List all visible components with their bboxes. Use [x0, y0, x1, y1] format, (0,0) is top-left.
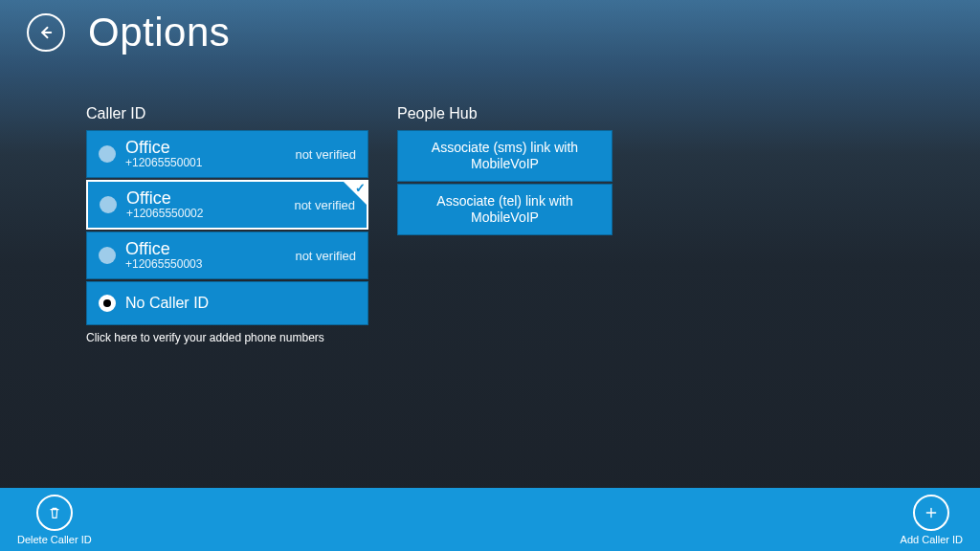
associate-tel-button[interactable]: Associate (tel) link with MobileVoIP [397, 184, 612, 235]
people-hub-heading: People Hub [397, 105, 612, 122]
app-bar: Delete Caller ID Add Caller ID [0, 488, 980, 551]
radio-icon [100, 196, 117, 213]
caller-status: not verified [295, 147, 356, 162]
trash-icon [47, 505, 62, 520]
caller-id-item[interactable]: Office +12065550001 not verified [86, 130, 368, 178]
caller-status: not verified [295, 249, 356, 263]
caller-name: Office [125, 240, 295, 259]
no-caller-id-item[interactable]: No Caller ID [86, 281, 368, 325]
caller-id-section: Caller ID Office +12065550001 not verifi… [86, 105, 368, 344]
plus-icon [924, 505, 939, 520]
no-caller-label: No Caller ID [125, 295, 209, 312]
add-label: Add Caller ID [901, 534, 963, 545]
add-caller-id-button[interactable]: Add Caller ID [901, 495, 963, 545]
caller-name: Office [125, 139, 295, 158]
radio-icon [99, 247, 116, 264]
back-button[interactable] [27, 13, 65, 52]
people-hub-section: People Hub Associate (sms) link with Mob… [397, 105, 612, 344]
back-arrow-icon [37, 24, 55, 41]
caller-name: Office [126, 189, 294, 209]
people-hub-action-label: Associate (sms) link with MobileVoIP [408, 140, 602, 172]
delete-caller-id-button[interactable]: Delete Caller ID [17, 495, 92, 545]
header: Options [27, 10, 230, 55]
associate-sms-button[interactable]: Associate (sms) link with MobileVoIP [397, 130, 612, 182]
people-hub-action-label: Associate (tel) link with MobileVoIP [408, 193, 602, 226]
caller-number: +12065550003 [125, 258, 295, 271]
verify-hint-link[interactable]: Click here to verify your added phone nu… [86, 331, 368, 344]
caller-id-item-selected[interactable]: Office +12065550002 not verified [86, 180, 368, 230]
check-icon [344, 182, 367, 205]
delete-label: Delete Caller ID [17, 534, 92, 545]
caller-number: +12065550001 [125, 157, 295, 169]
radio-active-icon [99, 295, 116, 312]
radio-icon [99, 145, 116, 163]
caller-number: +12065550002 [126, 208, 294, 220]
page-title: Options [88, 10, 230, 55]
caller-id-item[interactable]: Office +12065550003 not verified [86, 231, 368, 279]
caller-id-heading: Caller ID [86, 105, 368, 122]
